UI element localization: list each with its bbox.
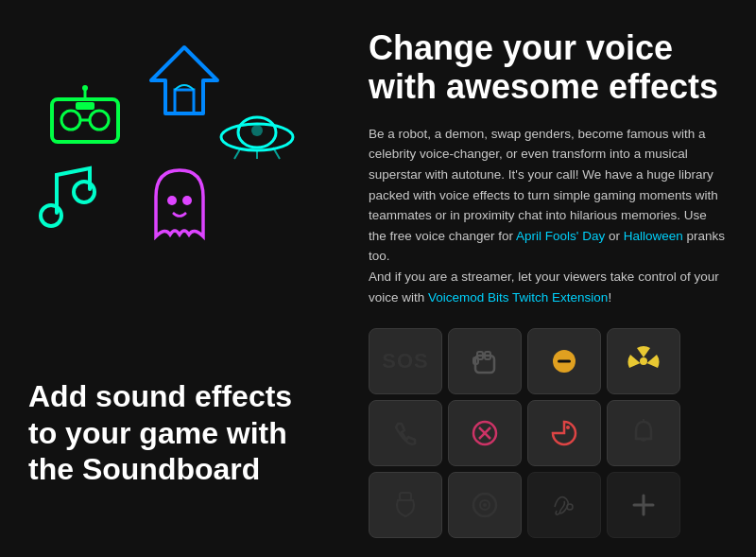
ufo-icon (217, 104, 298, 161)
toilet-tile[interactable] (369, 472, 442, 538)
music-note-icon (38, 161, 104, 236)
sos-tile[interactable]: SOS (369, 328, 442, 394)
soundboard-promo: Add sound effects to your game with the … (28, 328, 350, 538)
description-text: Be a robot, a demon, swap genders, becom… (369, 124, 728, 307)
record-icon (468, 488, 502, 522)
circle-minus-tile[interactable] (527, 328, 601, 394)
circle-minus-icon (547, 344, 581, 378)
plus-tile[interactable] (607, 472, 680, 538)
bell-tile[interactable] (607, 400, 680, 466)
svg-rect-8 (175, 90, 194, 113)
svg-point-2 (90, 111, 109, 130)
soundboard-title: Add sound effects to your game with the … (28, 378, 293, 487)
sound-grid: SOS (369, 328, 728, 538)
record-tile[interactable] (448, 472, 522, 538)
left-panel (28, 28, 350, 309)
plus-icon (627, 488, 661, 522)
svg-point-11 (251, 125, 263, 136)
house-icon (142, 38, 227, 123)
robot-icon (47, 85, 123, 147)
svg-rect-4 (76, 102, 94, 110)
bottom-section: Add sound effects to your game with the … (0, 328, 756, 557)
april-fools-link[interactable]: April Fools' Day (516, 229, 605, 243)
svg-point-15 (41, 205, 61, 226)
svg-point-6 (82, 85, 88, 91)
abstract-icon (547, 488, 581, 522)
svg-rect-24 (558, 360, 571, 363)
radiation-tile[interactable] (607, 328, 680, 394)
cancel-tile[interactable] (448, 400, 522, 466)
svg-point-16 (74, 182, 94, 202)
face-mask-icon (547, 416, 581, 450)
svg-point-36 (483, 503, 487, 507)
svg-point-17 (167, 196, 177, 205)
page-title: Change your voicewith awesome effects (369, 28, 728, 107)
sound-grid-container: SOS (350, 328, 728, 538)
fist-tile[interactable] (448, 328, 522, 394)
bell-icon (627, 416, 661, 450)
fist-icon (468, 344, 502, 378)
sos-label: SOS (382, 349, 428, 374)
svg-point-18 (182, 196, 192, 205)
face-mask-tile[interactable] (527, 400, 601, 466)
phone-icon (388, 416, 422, 450)
abstract-tile[interactable] (527, 472, 601, 538)
ghost-icon (142, 161, 217, 246)
top-section: Change your voicewith awesome effects Be… (0, 0, 756, 328)
svg-point-25 (640, 357, 647, 365)
cancel-icon (468, 416, 502, 450)
svg-marker-7 (151, 47, 217, 113)
toilet-icon (388, 488, 422, 522)
svg-point-29 (566, 426, 570, 429)
right-panel: Change your voicewith awesome effects Be… (350, 28, 728, 309)
halloween-link[interactable]: Halloween (624, 229, 683, 243)
svg-rect-32 (400, 493, 411, 500)
radiation-icon (627, 344, 661, 378)
emoji-art (28, 28, 312, 246)
svg-point-1 (61, 111, 80, 130)
voicemod-bits-link[interactable]: Voicemod Bits Twitch Extension (428, 290, 608, 305)
phone-tile[interactable] (369, 400, 442, 466)
